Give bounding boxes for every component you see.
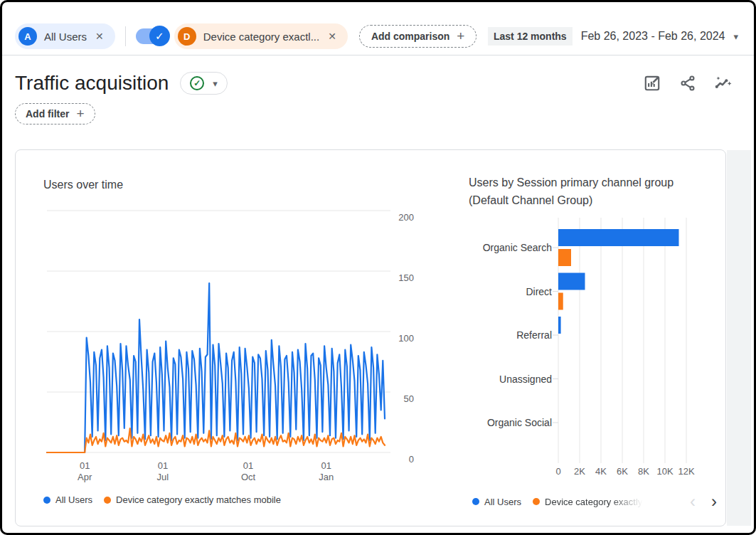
comparison-badge-a: A	[18, 27, 37, 46]
legend-label: Device category exactly matches mobile	[545, 497, 646, 507]
date-range-picker[interactable]: Last 12 months Feb 26, 2023 - Feb 26, 20…	[488, 27, 738, 46]
comparison-badge-d: D	[178, 27, 196, 46]
charts-card: Users over time 05010015020001Apr01Jul01…	[15, 149, 726, 526]
legend-label: All Users	[484, 497, 521, 507]
legend-dot-orange	[533, 498, 540, 505]
svg-text:01: 01	[158, 460, 168, 471]
svg-text:Organic Search: Organic Search	[483, 242, 552, 253]
legend-pagination: ‹ ›	[690, 494, 717, 509]
legend-item-all-users: All Users	[472, 497, 521, 507]
svg-text:01: 01	[80, 460, 90, 471]
close-icon[interactable]: ✕	[94, 29, 105, 43]
comparison-chip-label: All Users	[44, 31, 87, 43]
svg-text:2K: 2K	[574, 466, 585, 477]
chevron-right-icon[interactable]: ›	[711, 494, 717, 509]
ga4-traffic-acquisition-report: A All Users ✕ ✓ D Device category exactl…	[0, 0, 756, 535]
checkmark-circle-icon: ✓	[190, 76, 204, 90]
svg-text:150: 150	[398, 272, 414, 283]
legend-dot-blue	[472, 498, 479, 505]
svg-text:10K: 10K	[656, 466, 673, 477]
legend-item-device-category: Device category exactly matches mobile	[533, 497, 646, 507]
insights-icon[interactable]	[714, 74, 733, 92]
comparison-chip-device-category[interactable]: D Device category exactl... ✕	[174, 23, 348, 49]
toggle-check-icon: ✓	[149, 26, 170, 46]
svg-text:01: 01	[243, 460, 253, 471]
svg-text:8K: 8K	[638, 466, 649, 477]
users-by-channel-chart[interactable]: 02K4K6K8K10K12KOrganic SearchDirectRefer…	[472, 213, 721, 482]
svg-text:100: 100	[398, 333, 414, 344]
divider	[125, 26, 126, 46]
scrollbar-track[interactable]	[727, 150, 751, 526]
svg-text:Organic Social: Organic Social	[487, 417, 552, 428]
add-filter-button[interactable]: Add filter +	[15, 103, 95, 125]
legend-label: Device category exactly matches mobile	[116, 494, 281, 505]
comparison-chip-all-users[interactable]: A All Users ✕	[15, 23, 115, 49]
svg-text:Jan: Jan	[319, 472, 334, 482]
svg-text:Direct: Direct	[526, 286, 552, 297]
line-chart-title: Users over time	[43, 176, 123, 194]
plus-icon: +	[76, 109, 84, 119]
page-title: Traffic acquisition	[15, 72, 169, 95]
legend-label: All Users	[55, 494, 92, 505]
chevron-left-icon[interactable]: ‹	[690, 494, 696, 509]
chevron-down-icon: ▾	[213, 78, 218, 89]
bar-chart-title: Users by Session primary channel group (…	[469, 174, 678, 209]
divider	[2, 55, 754, 55]
legend-item-all-users: All Users	[43, 494, 92, 505]
comparison-toggle[interactable]: ✓	[136, 28, 164, 44]
svg-text:01: 01	[321, 460, 331, 471]
add-filter-label: Add filter	[26, 108, 69, 120]
customize-report-icon[interactable]	[643, 74, 661, 92]
svg-text:Unassigned: Unassigned	[499, 374, 552, 385]
add-comparison-button[interactable]: Add comparison +	[359, 25, 477, 48]
svg-text:4K: 4K	[595, 466, 607, 477]
share-icon[interactable]	[678, 74, 697, 92]
svg-text:Referral: Referral	[516, 329, 552, 341]
users-over-time-chart[interactable]: 05010015020001Apr01Jul01Oct01Jan	[37, 200, 421, 484]
plus-icon: +	[457, 31, 464, 41]
svg-text:Oct: Oct	[241, 472, 256, 482]
bar-chart-legend: All Users Device category exactly matche…	[472, 494, 717, 509]
svg-text:Apr: Apr	[78, 472, 92, 482]
svg-text:200: 200	[398, 212, 414, 223]
svg-text:12K: 12K	[678, 466, 694, 477]
legend-dot-orange	[104, 497, 111, 504]
svg-text:Jul: Jul	[157, 472, 169, 482]
chevron-down-icon: ▾	[733, 31, 738, 42]
comparison-bar: A All Users ✕ ✓ D Device category exactl…	[15, 22, 738, 51]
date-range-preset: Last 12 months	[488, 27, 573, 46]
date-range-value: Feb 26, 2023 - Feb 26, 2024	[581, 30, 725, 43]
svg-text:6K: 6K	[617, 466, 628, 477]
svg-text:0: 0	[555, 466, 560, 477]
add-comparison-label: Add comparison	[371, 31, 449, 42]
legend-item-device-category: Device category exactly matches mobile	[104, 494, 281, 505]
header-actions	[643, 74, 733, 92]
close-icon[interactable]: ✕	[326, 29, 338, 43]
report-header: Traffic acquisition ✓ ▾	[15, 69, 733, 97]
svg-text:0: 0	[409, 454, 414, 465]
comparison-chip-label: Device category exactl...	[203, 31, 319, 43]
svg-text:50: 50	[404, 393, 414, 404]
legend-dot-blue	[43, 497, 50, 504]
line-chart-legend: All Users Device category exactly matche…	[43, 494, 281, 505]
report-validity-dropdown[interactable]: ✓ ▾	[180, 72, 228, 95]
